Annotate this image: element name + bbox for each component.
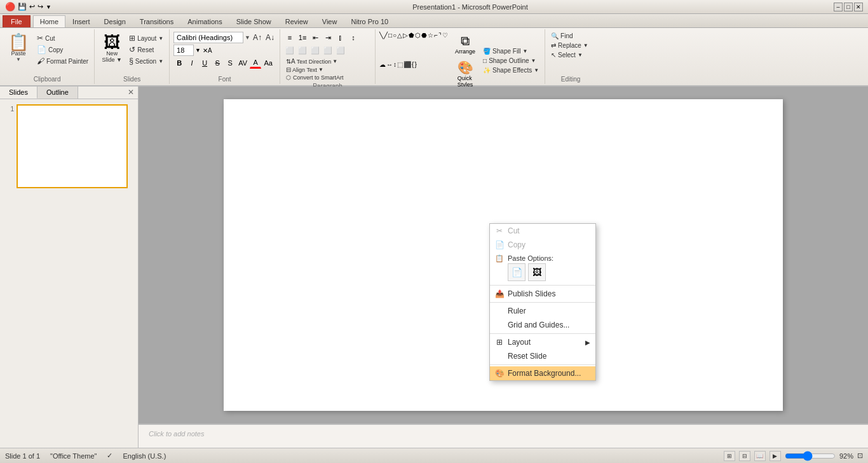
tab-file[interactable]: File [3,15,31,27]
increase-indent-button[interactable]: ⇥ [322,32,334,43]
text-direction-button[interactable]: ⇅A Text Direction ▼ [284,57,339,66]
underline-button[interactable]: U [199,57,210,69]
italic-button[interactable]: I [186,57,198,69]
shadow-button[interactable]: S [224,57,236,69]
zoom-level: 92% [839,452,853,460]
zoom-slider[interactable] [785,451,836,461]
slide-preview-1[interactable] [17,104,128,188]
justify-button[interactable]: ⬜ [322,45,334,56]
align-text-button[interactable]: ⊟ Align Text ▼ [284,66,325,74]
theme-info: "Office Theme" [50,452,97,460]
linespacing-button[interactable]: ↕ [348,32,359,43]
tab-nitro[interactable]: Nitro Pro 10 [344,15,395,27]
ribbon-group-drawing: ╲╱ □○ △▷ ⬟⬡ ⬣☆ ⌐⌝ ♡☁ ↔↕ ⬚⬛ {} ⧉ Arrange … [376,29,545,84]
shape-outline-button[interactable]: □ Shape Outline ▼ [481,57,541,65]
quick-access-undo[interactable]: ↩ [29,3,35,11]
slides-group-label: Slides [98,74,165,84]
align-right-button[interactable]: ⬜ [309,45,321,56]
font-size-dropdown[interactable]: ▼ [195,47,201,53]
bold-button[interactable]: B [173,57,185,69]
smartart-icon: ⬡ [286,74,291,81]
spell-check-icon[interactable]: ✓ [107,452,112,460]
maximize-button[interactable]: □ [844,3,853,11]
ctx-publish-slides[interactable]: 📤 Publish Slides [490,287,595,301]
quick-access-save[interactable]: 💾 [18,3,27,11]
slide-canvas[interactable]: ✂ Cut 📄 Copy 📋 Paste Options: 📄 🖼 � [224,99,783,411]
font-grow-button[interactable]: A↑ [252,32,263,43]
shape-effects-button[interactable]: ✨ Shape Effects ▼ [481,66,541,74]
arrange-button[interactable]: ⧉ Arrange [452,32,478,57]
ctx-reset-slide[interactable]: Reset Slide [490,349,595,363]
slide-sorter-button[interactable]: ⊟ [739,451,750,461]
font-name-input[interactable] [173,32,243,43]
reading-view-button[interactable]: 📖 [754,451,766,461]
copy-ctx-icon: 📄 [494,239,505,251]
ctx-layout[interactable]: ⊞ Layout ▶ [490,335,595,349]
tab-home[interactable]: Home [33,15,65,27]
slideshow-button[interactable]: ▶ [770,451,781,461]
reset-button[interactable]: ↺ Reset [127,45,165,55]
section-button[interactable]: § Section ▼ [127,56,165,66]
tab-view[interactable]: View [315,15,344,27]
copy-button[interactable]: 📄 Copy [35,45,90,55]
ctx-grid-guides[interactable]: Grid and Guides... [490,318,595,332]
bullets-button[interactable]: ≡ [284,32,295,43]
slide-area[interactable]: ✂ Cut 📄 Copy 📋 Paste Options: 📄 🖼 � [139,86,868,424]
ribbon-group-clipboard: 📋 Paste ▼ ✂ Cut 📄 Copy 🖌 Format Painter [0,29,95,84]
fontcolor-button[interactable]: A [250,57,261,69]
slide-thumbnail-1: 1 [5,104,133,188]
tab-outline[interactable]: Outline [37,86,78,99]
format-painter-button[interactable]: 🖌 Format Painter [35,56,90,66]
align-left-button[interactable]: ⬜ [284,45,295,56]
font-shrink-button[interactable]: A↓ [264,32,276,43]
find-button[interactable]: 🔍 Find [549,32,592,40]
quick-styles-button[interactable]: 🎨 QuickStyles [452,58,478,90]
decrease-indent-button[interactable]: ⇤ [309,32,321,43]
tab-transitions[interactable]: Transitions [133,15,180,27]
quick-access-more[interactable]: ▼ [46,4,51,10]
close-panel-button[interactable]: ✕ [124,86,138,99]
shapes-palette[interactable]: ╲╱ □○ △▷ ⬟⬡ ⬣☆ ⌐⌝ ♡☁ ↔↕ ⬚⬛ {} [379,32,449,90]
font-size-input[interactable] [173,45,194,56]
slides-panel: 1 [0,99,138,448]
tab-insert[interactable]: Insert [65,15,97,27]
tab-slideshow[interactable]: Slide Show [229,15,278,27]
fit-button[interactable]: ⊡ [857,452,863,460]
select-button[interactable]: ↖ Select ▼ [549,51,592,59]
textcolor-button[interactable]: Aa [262,57,274,69]
context-menu: ✂ Cut 📄 Copy 📋 Paste Options: 📄 🖼 � [489,223,596,381]
minimize-button[interactable]: – [834,3,843,11]
new-slide-button[interactable]: 🖼 NewSlide ▼ [98,32,125,65]
tab-design[interactable]: Design [97,15,133,27]
quick-access-redo[interactable]: ↪ [37,3,43,11]
paste-button[interactable]: 📋 Paste ▼ [4,32,33,64]
shape-outline-icon: □ [483,57,487,64]
section-icon: § [129,57,133,66]
tab-slides[interactable]: Slides [0,86,37,99]
publish-ctx-icon: 📤 [494,288,505,300]
tab-animations[interactable]: Animations [180,15,229,27]
strikethrough-button[interactable]: S [212,57,223,69]
paste-option-2[interactable]: 🖼 [528,263,546,281]
ctx-ruler[interactable]: Ruler [490,304,595,318]
layout-ctx-icon: ⊞ [494,336,505,348]
font-name-dropdown[interactable]: ▼ [245,34,250,41]
shape-fill-button[interactable]: 🪣 Shape Fill ▼ [481,47,541,55]
normal-view-button[interactable]: ⊞ [724,451,735,461]
replace-button[interactable]: ⇄ Replace ▼ [549,41,592,50]
cut-button[interactable]: ✂ Cut [35,33,90,43]
layout-button[interactable]: ⊞ Layout ▼ [127,33,165,43]
convert-smartart-button[interactable]: ⬡ Convert to SmartArt [284,74,346,81]
layout-icon: ⊞ [129,34,135,43]
charspace-button[interactable]: AV [237,57,248,69]
align-center-button[interactable]: ⬜ [297,45,308,56]
font-clear-button[interactable]: ✕A [202,46,213,55]
align5-button[interactable]: ⬜ [335,45,346,56]
paste-option-1[interactable]: 📄 [508,263,526,281]
close-button[interactable]: ✕ [854,3,863,11]
ctx-format-background[interactable]: 🎨 Format Background... [490,366,595,380]
notes-area[interactable]: Click to add notes [139,424,868,448]
numbering-button[interactable]: 1≡ [297,32,308,43]
tab-review[interactable]: Review [278,15,315,27]
columns-button[interactable]: ⫿ [335,32,346,43]
